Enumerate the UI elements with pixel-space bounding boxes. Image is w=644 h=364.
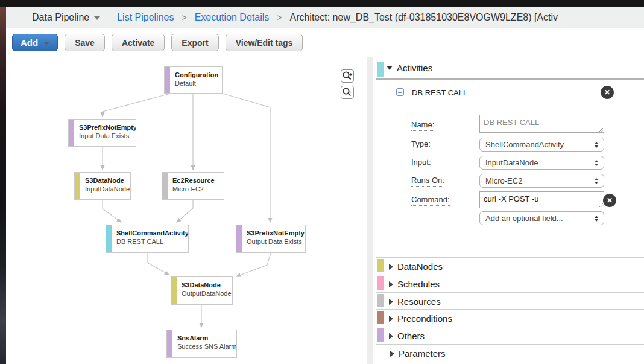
magnifier-plus-icon: +	[342, 71, 353, 81]
view-edit-tags-button[interactable]: View/Edit tags	[226, 34, 303, 51]
node-sns-alarm[interactable]: SnsAlarm Success SNS Alarm	[166, 330, 237, 358]
node-name: Success SNS Alarm	[177, 343, 232, 350]
divider	[376, 292, 644, 293]
export-button[interactable]: Export	[171, 34, 218, 51]
node-ec2-resource[interactable]: Ec2Resource Micro-EC2	[162, 172, 224, 200]
type-label: Type:	[411, 139, 431, 148]
breadcrumb-link-execution-details[interactable]: Execution Details	[195, 12, 270, 23]
stepper-arrows-icon	[595, 142, 598, 148]
breadcrumb-link-list-pipelines[interactable]: List Pipelines	[117, 12, 174, 23]
section-activities[interactable]: Activities	[387, 63, 644, 73]
node-type: Configuration	[175, 71, 217, 78]
section-label: DataNodes	[397, 261, 443, 272]
remove-command-icon[interactable]: ✕	[603, 194, 616, 207]
node-type: S3PrefixNotEmpty	[247, 229, 300, 237]
app-window: Data Pipeline List Pipelines > Execution…	[6, 7, 644, 364]
type-select[interactable]: ShellCommandActivity	[479, 138, 604, 152]
node-output-precondition[interactable]: S3PrefixNotEmpty Output Data Exists	[236, 225, 306, 253]
section-schedules[interactable]: Schedules	[389, 279, 644, 289]
activate-button[interactable]: Activate	[112, 34, 165, 51]
breadcrumb-separator: >	[182, 13, 186, 22]
schedules-color-swatch	[377, 276, 384, 290]
add-button[interactable]: Add	[12, 34, 58, 51]
chevron-right-icon	[389, 264, 393, 270]
node-color-stripe	[162, 173, 168, 199]
section-resources[interactable]: Resources	[389, 296, 644, 307]
chevron-down-icon	[94, 16, 100, 20]
chevron-right-icon	[389, 281, 393, 287]
node-type: SnsAlarm	[177, 334, 232, 342]
section-label: Others	[397, 331, 425, 341]
node-color-stripe	[165, 67, 170, 93]
node-shell-command-activity[interactable]: ShellCommandActivity DB REST CALL	[106, 225, 189, 253]
divider	[376, 309, 644, 310]
section-parameters[interactable]: Parameters	[390, 348, 644, 359]
node-name: OutputDataNode	[182, 290, 227, 297]
node-configuration[interactable]: Configuration Default	[164, 66, 223, 94]
runs-on-label: Runs On:	[411, 176, 444, 185]
main-content: Configuration Default S3PrefixNotEmpty I…	[6, 57, 644, 364]
node-color-stripe	[171, 277, 177, 304]
add-optional-field-select[interactable]: Add an optional field...	[479, 211, 604, 225]
delete-activity-icon[interactable]: ✕	[601, 86, 614, 99]
divider	[376, 257, 644, 258]
zoom-out-button[interactable]: -	[341, 86, 354, 99]
node-type: S3DataNode	[182, 281, 227, 289]
browser-top-bar	[0, 0, 644, 7]
desktop-wallpaper-strip	[0, 7, 6, 364]
input-select[interactable]: InputDataNode	[479, 156, 604, 170]
resize-grip-icon[interactable]	[599, 203, 604, 208]
node-type: S3DataNode	[85, 177, 125, 184]
pipeline-canvas[interactable]: Configuration Default S3PrefixNotEmpty I…	[6, 57, 367, 364]
divider	[376, 344, 644, 345]
section-label: Schedules	[397, 279, 440, 289]
divider	[376, 327, 644, 327]
activities-color-swatch	[377, 62, 384, 77]
chevron-right-icon	[389, 333, 393, 339]
section-label: Activities	[397, 63, 432, 73]
node-input-precondition[interactable]: S3PrefixNotEmpty Input Data Exists	[68, 119, 136, 147]
name-label: Name:	[411, 120, 434, 129]
node-color-stripe	[236, 225, 242, 252]
save-button[interactable]: Save	[65, 34, 105, 51]
node-type: ShellCommandActivity	[116, 229, 183, 237]
others-color-swatch	[377, 328, 384, 342]
node-color-stripe	[106, 225, 112, 252]
stepper-arrows-icon	[595, 160, 598, 166]
breadcrumb-separator: >	[277, 13, 282, 22]
breadcrumb: Data Pipeline List Pipelines > Execution…	[6, 7, 644, 28]
runs-on-select[interactable]: Micro-EC2	[479, 174, 604, 188]
preconditions-color-swatch	[377, 311, 384, 324]
chevron-right-icon	[389, 316, 393, 322]
toolbar: Add Save Activate Export View/Edit tags	[6, 28, 644, 57]
section-others[interactable]: Others	[389, 331, 644, 341]
resize-grip-icon[interactable]	[599, 127, 604, 132]
svg-text:-: -	[349, 88, 352, 95]
node-color-stripe	[69, 120, 74, 146]
name-textarea[interactable]: DB REST CALL	[479, 115, 604, 133]
magnifier-minus-icon: -	[342, 87, 353, 98]
stepper-arrows-icon	[595, 216, 598, 222]
zoom-in-button[interactable]: +	[341, 69, 354, 83]
command-label: Command:	[411, 195, 450, 204]
section-datanodes[interactable]: DataNodes	[389, 261, 644, 272]
stepper-arrows-icon	[595, 178, 598, 184]
chevron-down-icon	[43, 42, 49, 45]
add-button-label: Add	[21, 37, 38, 48]
service-menu[interactable]: Data Pipeline	[32, 12, 100, 23]
command-textarea[interactable]: curl -X POST -u	[479, 191, 604, 208]
properties-panel: Activities DB REST CALL ✕ Name: DB REST …	[373, 57, 644, 364]
node-output-datanode[interactable]: S3DataNode OutputDataNode	[171, 276, 233, 305]
node-type: Ec2Resource	[172, 177, 215, 184]
pipeline-edges	[6, 57, 367, 364]
section-preconditions[interactable]: Preconditions	[389, 313, 644, 324]
node-input-datanode[interactable]: S3DataNode InputDataNode	[74, 172, 131, 200]
divider	[376, 275, 644, 275]
node-name: InputDataNode	[85, 185, 125, 193]
input-label: Input:	[411, 158, 431, 167]
activity-item-title: DB REST CALL	[412, 88, 467, 97]
collapse-item-icon[interactable]	[396, 88, 404, 96]
section-label: Parameters	[399, 348, 446, 359]
divider	[376, 362, 644, 362]
divider	[376, 78, 644, 80]
